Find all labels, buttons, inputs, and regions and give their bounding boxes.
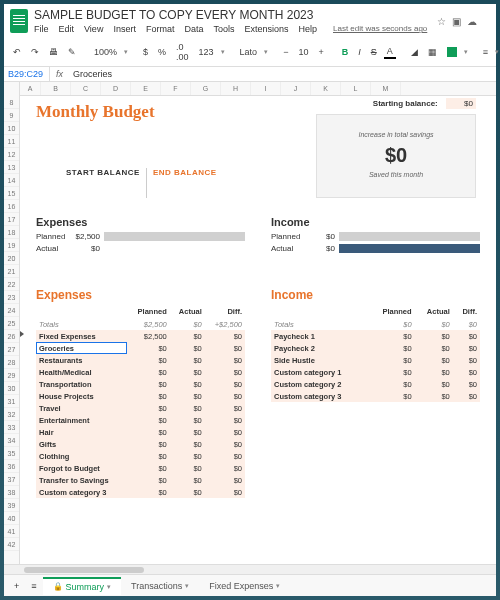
cell[interactable]: $0 [415,330,453,342]
row-header[interactable]: 11 [4,135,19,148]
row-header[interactable]: 20 [4,252,19,265]
col-header[interactable]: D [101,82,131,95]
tab-fixed-expenses[interactable]: Fixed Expenses ▾ [199,578,290,594]
cell[interactable]: $0 [453,378,480,390]
cell[interactable]: $0 [205,342,245,354]
menu-data[interactable]: Data [184,24,203,34]
cell[interactable]: $0 [170,450,205,462]
menu-edit[interactable]: Edit [59,24,75,34]
bold-button[interactable]: B [339,46,352,58]
paint-format-icon[interactable]: ✎ [65,46,79,58]
move-icon[interactable]: ▣ [452,16,461,27]
menu-view[interactable]: View [84,24,103,34]
cell[interactable]: $0 [368,378,414,390]
row-header[interactable]: 13 [4,161,19,174]
table-row[interactable]: Custom category 3$0$0$0 [271,390,480,402]
cell[interactable]: $0 [453,354,480,366]
row-header[interactable]: 23 [4,291,19,304]
row-header[interactable]: 24 [4,304,19,317]
cell[interactable]: $0 [205,354,245,366]
cell[interactable]: $0 [127,486,169,498]
percent-button[interactable]: % [155,46,169,58]
font-size[interactable]: 10 [295,46,311,58]
cell[interactable]: Health/Medical [36,366,127,378]
fill-color-button[interactable]: ◢ [408,46,421,58]
cell[interactable]: $0 [127,462,169,474]
cell[interactable]: $0 [453,390,480,402]
cell[interactable]: $0 [415,342,453,354]
cell[interactable]: $0 [368,390,414,402]
row-header[interactable]: 39 [4,499,19,512]
col-header[interactable]: F [161,82,191,95]
cell[interactable]: $0 [205,462,245,474]
row-header[interactable]: 37 [4,473,19,486]
row-header[interactable]: 12 [4,148,19,161]
cell[interactable]: Side Hustle [271,354,368,366]
row-header[interactable]: 40 [4,512,19,525]
cell[interactable]: $0 [453,342,480,354]
cell[interactable]: $0 [170,414,205,426]
formula-input[interactable]: Groceries [69,67,116,81]
cell[interactable]: Groceries [36,342,127,354]
cell[interactable]: $0 [205,426,245,438]
cell[interactable]: $0 [170,366,205,378]
row-header[interactable]: 10 [4,122,19,135]
cell[interactable]: $0 [170,330,205,342]
row-headers[interactable]: 8910111213141516171819202122232425262728… [4,82,20,564]
menu-tools[interactable]: Tools [213,24,234,34]
cell[interactable]: $0 [368,366,414,378]
cell[interactable]: $0 [170,438,205,450]
cell[interactable]: $0 [368,342,414,354]
cell[interactable]: $0 [170,486,205,498]
size-minus[interactable]: − [280,46,291,58]
cell[interactable]: $0 [205,438,245,450]
cell[interactable]: $0 [127,414,169,426]
align-button[interactable]: ≡ [480,46,491,58]
undo-icon[interactable]: ↶ [10,46,24,58]
table-row[interactable]: Restaurants$0$0$0 [36,354,245,366]
cell[interactable]: $0 [205,414,245,426]
col-header[interactable]: J [281,82,311,95]
cell[interactable]: Forgot to Budget [36,462,127,474]
row-header[interactable]: 29 [4,369,19,382]
currency-button[interactable]: $ [140,46,151,58]
cell[interactable]: $0 [205,402,245,414]
row-header[interactable]: 15 [4,187,19,200]
row-header[interactable]: 32 [4,408,19,421]
row-header[interactable]: 16 [4,200,19,213]
cell[interactable]: Entertainment [36,414,127,426]
table-row[interactable]: Entertainment$0$0$0 [36,414,245,426]
row-header[interactable]: 26 [4,330,19,343]
menu-format[interactable]: Format [146,24,175,34]
cell[interactable]: $0 [127,450,169,462]
cell[interactable]: $0 [127,426,169,438]
col-header[interactable]: H [221,82,251,95]
row-header[interactable]: 21 [4,265,19,278]
table-row[interactable]: Groceries$0$0$0 [36,342,245,354]
cell[interactable]: $0 [205,474,245,486]
table-row[interactable]: Transportation$0$0$0 [36,378,245,390]
table-row[interactable]: Fixed Expenses$2,500$0$0 [36,330,245,342]
all-sheets-button[interactable]: ≡ [25,578,42,594]
cell[interactable]: $0 [368,330,414,342]
cell[interactable]: $0 [415,366,453,378]
cell[interactable]: $0 [205,378,245,390]
col-header[interactable]: C [71,82,101,95]
cell[interactable]: Paycheck 1 [271,330,368,342]
chevron-down-icon[interactable]: ▾ [107,583,111,591]
row-header[interactable]: 30 [4,382,19,395]
cell[interactable]: Restaurants [36,354,127,366]
cell[interactable]: $0 [127,366,169,378]
table-row[interactable]: Custom category 2$0$0$0 [271,378,480,390]
cell[interactable]: $0 [127,390,169,402]
cell[interactable]: $0 [170,402,205,414]
italic-button[interactable]: I [355,46,364,58]
row-header[interactable]: 17 [4,213,19,226]
last-edit[interactable]: Last edit was seconds ago [333,24,427,34]
table-row[interactable]: Clothing$0$0$0 [36,450,245,462]
row-header[interactable]: 42 [4,538,19,551]
row-header[interactable]: 27 [4,343,19,356]
cell[interactable]: $0 [127,438,169,450]
horizontal-scrollbar[interactable] [4,564,496,574]
borders-button[interactable]: ▦ [425,46,440,58]
